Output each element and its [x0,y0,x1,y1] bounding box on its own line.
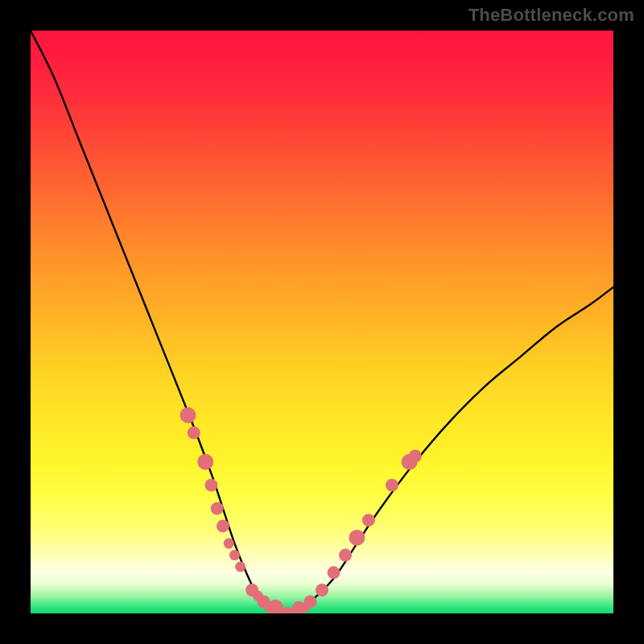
marker-point [362,514,375,526]
marker-point [304,596,317,609]
bottleneck-curve [31,31,613,613]
valley-markers [180,407,422,613]
marker-point [211,502,224,515]
marker-point [180,407,196,423]
curve-svg [31,31,613,613]
marker-point [328,566,341,579]
marker-point [339,549,352,562]
marker-point [316,584,328,597]
chart-frame: TheBottleneck.com [0,0,644,644]
marker-point [229,550,240,560]
plot-area [31,31,613,613]
marker-point [386,479,398,492]
marker-point [224,539,234,549]
marker-point [188,427,200,440]
marker-point [204,479,217,492]
marker-point [235,562,246,572]
watermark-text: TheBottleneck.com [469,5,634,26]
marker-point [409,450,422,463]
marker-point [349,530,365,546]
marker-point [217,519,229,532]
marker-point [197,454,213,470]
